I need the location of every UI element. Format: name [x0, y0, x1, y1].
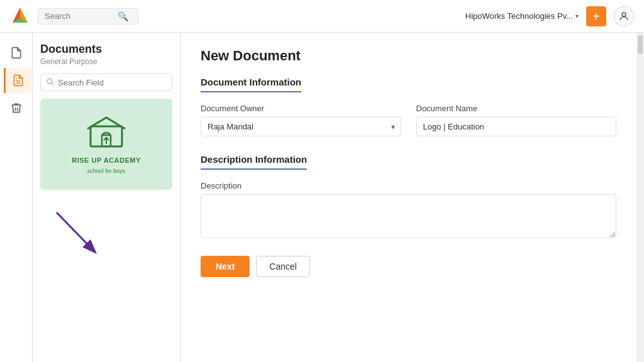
sidebar	[0, 33, 33, 362]
cancel-button[interactable]: Cancel	[256, 256, 310, 277]
app-logo[interactable]	[10, 5, 30, 28]
left-search-input[interactable]	[58, 78, 167, 87]
doc-name-label: Document Name	[416, 104, 617, 113]
scrollbar[interactable]	[636, 33, 644, 362]
top-navigation: 🔍 HipoWorks Technologies Pv... ▾ +	[0, 0, 644, 33]
top-search-bar[interactable]: 🔍	[38, 8, 138, 25]
document-thumbnail: RISE UP ACADEMY school for boys	[40, 99, 172, 190]
top-search-input[interactable]	[45, 11, 114, 21]
document-owner-group: Document Owner Raja Mandal	[201, 104, 401, 136]
company-selector[interactable]: HipoWorks Technologies Pv... ▾	[465, 11, 579, 21]
arrow-annotation-icon	[50, 206, 107, 263]
scrollbar-thumb[interactable]	[638, 35, 643, 54]
next-button[interactable]: Next	[201, 256, 250, 277]
doc-info-section: Document Information Document Owner Raja…	[201, 77, 616, 136]
description-group: Description	[201, 181, 616, 238]
main-layout: Documents General Purpose	[0, 33, 644, 362]
thumbnail-academy-name: RISE UP ACADEMY	[72, 156, 141, 164]
owner-select-wrapper[interactable]: Raja Mandal	[201, 117, 401, 136]
thumbnail-academy-sub: school for boys	[87, 168, 126, 174]
action-buttons: Next Cancel	[201, 256, 616, 277]
thumbnail-logo-icon	[84, 115, 128, 153]
sidebar-item-edit-doc[interactable]	[4, 68, 31, 93]
document-name-group: Document Name	[416, 104, 617, 136]
owner-label: Document Owner	[201, 104, 401, 113]
desc-info-header: Description Information	[201, 154, 307, 170]
company-name: HipoWorks Technologies Pv...	[465, 11, 573, 21]
arrow-annotation	[40, 206, 172, 265]
main-content: New Document Document Information Docume…	[180, 33, 636, 362]
panel-title: Documents	[40, 43, 172, 56]
sidebar-item-trash[interactable]	[4, 96, 29, 121]
svg-line-8	[52, 83, 53, 85]
doc-info-row: Document Owner Raja Mandal Document Name	[201, 104, 616, 136]
doc-name-input[interactable]	[416, 117, 617, 136]
user-profile-button[interactable]	[614, 6, 634, 26]
desc-textarea[interactable]	[201, 194, 616, 238]
svg-point-4	[622, 13, 626, 16]
svg-line-13	[57, 212, 94, 251]
left-panel: Documents General Purpose	[33, 33, 180, 362]
desc-info-section: Description Information Description	[201, 154, 616, 238]
desc-label: Description	[201, 181, 616, 190]
search-icon: 🔍	[118, 11, 128, 21]
page-title: New Document	[201, 48, 616, 64]
owner-select[interactable]: Raja Mandal	[201, 117, 401, 136]
doc-info-header: Document Information	[201, 77, 301, 92]
left-search-field[interactable]	[40, 74, 172, 91]
chevron-down-icon: ▾	[575, 13, 579, 19]
svg-point-7	[47, 79, 52, 84]
sidebar-item-documents[interactable]	[4, 40, 29, 65]
panel-subtitle: General Purpose	[40, 57, 172, 66]
add-button[interactable]: +	[586, 6, 606, 26]
search-icon	[46, 77, 54, 87]
